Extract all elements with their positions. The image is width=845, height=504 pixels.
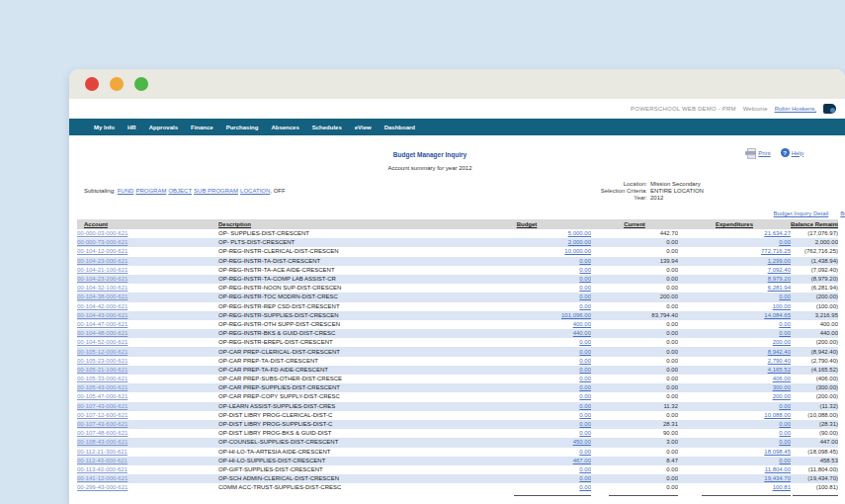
budget-amount-link[interactable]: 0.00 — [579, 475, 591, 481]
expenditures-amount-link[interactable]: 100.00 — [773, 303, 791, 309]
account-link[interactable]: 00-107-48-600-621 — [77, 430, 127, 436]
budget-amount-link[interactable]: 0.00 — [579, 276, 591, 282]
budget-amount-link[interactable]: 5,000.00 — [568, 230, 591, 236]
account-link[interactable]: 00-107-12-600-621 — [77, 412, 127, 418]
account-link[interactable]: 00-105-47-000-621 — [77, 393, 127, 399]
budget-amount-link[interactable]: 10,000.00 — [564, 248, 591, 254]
expenditures-amount-link[interactable]: 8,979.20 — [768, 276, 791, 282]
account-link[interactable]: 00-141-12-000-621 — [77, 475, 127, 481]
expenditures-amount-link[interactable]: 200.00 — [773, 339, 791, 345]
account-link[interactable]: 00-105-43-000-621 — [77, 384, 127, 390]
nav-item-purchasing[interactable]: Purchasing — [226, 125, 259, 130]
account-link[interactable]: 00-112-43-000-621 — [77, 458, 127, 463]
budget-amount-link[interactable]: 0.00 — [579, 449, 591, 455]
expenditures-amount-link[interactable]: 0.00 — [779, 239, 791, 245]
column-header-expenditures[interactable]: Expenditures — [678, 219, 791, 229]
subtotal-link-program[interactable]: PROGRAM — [135, 188, 166, 194]
budget-amount-link[interactable]: 0.00 — [579, 384, 591, 390]
account-link[interactable]: 00-104-52-000-621 — [77, 339, 127, 345]
budget-amount-link[interactable]: 2,000.00 — [568, 239, 591, 245]
budget-amount-link[interactable]: 0.00 — [579, 294, 591, 299]
budget-amount-link[interactable]: 0.00 — [579, 267, 591, 273]
nav-item-finance[interactable]: Finance — [191, 125, 213, 130]
link-budget-inquiry[interactable]: Budget Inquiry — [840, 210, 845, 216]
budget-amount-link[interactable]: 0.00 — [579, 358, 591, 364]
user-link[interactable]: Robin Hoskens, — [775, 106, 816, 112]
budget-amount-link[interactable]: 450.00 — [573, 439, 591, 445]
budget-amount-link[interactable]: 0.00 — [579, 466, 591, 472]
nav-item-absences[interactable]: Absences — [271, 125, 298, 130]
expenditures-amount-link[interactable]: 4,165.52 — [768, 367, 791, 373]
help-button[interactable]: ? Help — [781, 148, 803, 157]
account-link[interactable]: 00-000-73-000-621 — [77, 239, 127, 245]
column-header-budget[interactable]: Budget — [463, 219, 591, 229]
account-link[interactable]: 00-104-42-000-621 — [77, 303, 127, 309]
print-link[interactable]: Print — [758, 150, 770, 156]
expenditures-amount-link[interactable]: 0.00 — [779, 421, 791, 427]
expenditures-amount-link[interactable]: 2,790.40 — [768, 358, 791, 364]
print-button[interactable]: Print — [745, 148, 770, 157]
expenditures-amount-link[interactable]: 0.00 — [779, 430, 791, 436]
account-link[interactable]: 00-104-21-100-621 — [77, 267, 127, 273]
zoom-window-icon[interactable] — [134, 77, 148, 91]
budget-amount-link[interactable]: 0.00 — [579, 303, 591, 309]
account-link[interactable]: 00-107-43-600-621 — [77, 421, 127, 427]
budget-amount-link[interactable]: 0.00 — [579, 285, 591, 291]
close-window-icon[interactable] — [85, 77, 99, 91]
column-header-current[interactable]: Current — [591, 219, 678, 229]
account-link[interactable]: 00-108-43-000-621 — [77, 439, 127, 445]
subtotal-link-fund[interactable]: FUND — [118, 188, 134, 194]
budget-amount-link[interactable]: 440.00 — [573, 330, 591, 336]
expenditures-amount-link[interactable]: 0.00 — [779, 439, 791, 445]
expenditures-amount-link[interactable]: 406.00 — [773, 376, 791, 381]
nav-item-dashboard[interactable]: Dashboard — [384, 125, 415, 130]
account-link[interactable]: 00-104-43-000-621 — [77, 312, 127, 318]
budget-amount-link[interactable]: 0.00 — [579, 258, 591, 264]
expenditures-amount-link[interactable]: 0.00 — [779, 458, 791, 463]
column-header-description[interactable]: Description — [218, 219, 463, 229]
link-budget-inquiry-detail[interactable]: Budget Inquiry Detail — [774, 210, 829, 216]
expenditures-amount-link[interactable]: 772,716.25 — [761, 248, 791, 254]
nav-item-schedules[interactable]: Schedules — [312, 125, 342, 130]
expenditures-amount-link[interactable]: 0.00 — [779, 330, 791, 336]
account-link[interactable]: 00-299-43-000-621 — [77, 484, 127, 490]
account-link[interactable]: 00-107-43-000-621 — [77, 403, 127, 409]
budget-amount-link[interactable]: 400.00 — [573, 321, 591, 327]
account-link[interactable]: 00-104-32-100-621 — [77, 285, 127, 291]
budget-amount-link[interactable]: 0.00 — [579, 403, 591, 409]
account-link[interactable]: 00-104-23-000-621 — [77, 258, 127, 264]
expenditures-amount-link[interactable]: 0.00 — [779, 403, 791, 409]
budget-amount-link[interactable]: 0.00 — [579, 484, 591, 490]
expenditures-amount-link[interactable]: 21,634.27 — [764, 230, 791, 236]
nav-item-approvals[interactable]: Approvals — [149, 125, 178, 130]
account-link[interactable]: 00-105-33-000-621 — [77, 376, 127, 381]
subtotal-link-location[interactable]: LOCATION — [240, 188, 270, 194]
expenditures-amount-link[interactable]: 1,299.00 — [768, 258, 791, 264]
account-link[interactable]: 00-000-03-000-621 — [77, 230, 127, 236]
nav-item-eview[interactable]: eView — [355, 125, 372, 130]
column-header-balance[interactable]: Balance Remaining — [791, 219, 838, 229]
account-link[interactable]: 00-104-47-000-621 — [77, 321, 127, 327]
budget-amount-link[interactable]: 0.00 — [579, 376, 591, 381]
account-link[interactable]: 00-104-12-000-621 — [77, 248, 127, 254]
expenditures-amount-link[interactable]: 300.00 — [773, 384, 791, 390]
column-header-account[interactable]: Account — [77, 219, 218, 229]
account-link[interactable]: 00-104-23-200-621 — [77, 276, 127, 282]
expenditures-amount-link[interactable]: 0.00 — [779, 321, 791, 327]
budget-amount-link[interactable]: 101,096.00 — [561, 312, 591, 318]
budget-amount-link[interactable]: 0.00 — [579, 393, 591, 399]
budget-amount-link[interactable]: 0.00 — [579, 339, 591, 345]
nav-item-hr[interactable]: HR — [127, 125, 136, 130]
expenditures-amount-link[interactable]: 19,434.70 — [764, 475, 791, 481]
budget-amount-link[interactable]: 0.00 — [579, 349, 591, 355]
subtotal-link-object[interactable]: OBJECT — [168, 188, 192, 194]
expenditures-amount-link[interactable]: 7,092.40 — [768, 267, 791, 273]
budget-amount-link[interactable]: 0.00 — [579, 412, 591, 418]
expenditures-amount-link[interactable]: 11,804.00 — [765, 466, 791, 472]
budget-amount-link[interactable]: 467.00 — [573, 458, 591, 463]
budget-amount-link[interactable]: 0.00 — [579, 367, 591, 373]
budget-amount-link[interactable]: 0.00 — [579, 421, 591, 427]
expenditures-amount-link[interactable]: 100.81 — [773, 484, 791, 490]
expenditures-amount-link[interactable]: 14,084.65 — [764, 312, 791, 318]
expenditures-amount-link[interactable]: 10,088.00 — [764, 412, 791, 418]
